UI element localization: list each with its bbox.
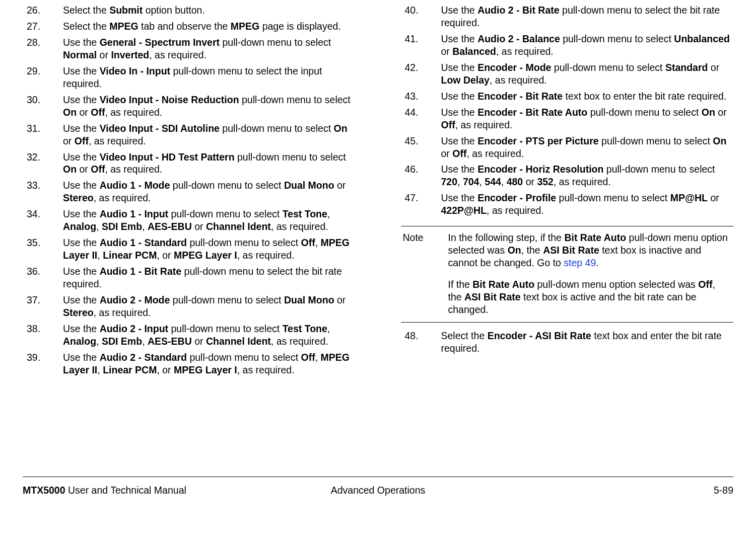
- step-text: Use the Encoder - Mode pull-down menu to…: [441, 61, 734, 87]
- step-number: 36.: [23, 265, 63, 290]
- step-number: 33.: [23, 179, 63, 204]
- step-item: 47.Use the Encoder - Profile pull-down m…: [401, 192, 734, 217]
- step-item: 40.Use the Audio 2 - Bit Rate pull-down …: [401, 4, 734, 29]
- step-text: Use the Audio 2 - Balance pull-down menu…: [441, 33, 734, 58]
- step-item: 26.Select the Submit option button.: [23, 4, 356, 17]
- footer-left-rest: User and Technical Manual: [65, 485, 186, 496]
- step-item: 48.Select the Encoder - ASI Bit Rate tex…: [401, 330, 734, 355]
- step-number: 26.: [23, 4, 63, 17]
- step-text: Use the Video Input - HD Test Pattern pu…: [63, 151, 356, 176]
- left-column: 26.Select the Submit option button.27.Se…: [23, 4, 356, 462]
- step-item: 27.Select the MPEG tab and observe the M…: [23, 20, 356, 33]
- note-paragraph: If the Bit Rate Auto pull-down menu opti…: [448, 278, 732, 316]
- step-text: Select the Submit option button.: [63, 4, 356, 17]
- step-reference-link[interactable]: step 49: [564, 257, 596, 268]
- note-label: Note: [401, 231, 448, 316]
- step-text: Use the Audio 1 - Standard pull-down men…: [63, 237, 356, 262]
- step-item: 38.Use the Audio 2 - Input pull-down men…: [23, 323, 356, 348]
- step-item: 39.Use the Audio 2 - Standard pull-down …: [23, 351, 356, 376]
- step-text: Use the Audio 2 - Bit Rate pull-down men…: [441, 4, 734, 29]
- step-number: 44.: [401, 106, 441, 131]
- step-item: 37.Use the Audio 2 - Mode pull-down menu…: [23, 294, 356, 319]
- step-text: Use the Encoder - Bit Rate text box to e…: [441, 90, 734, 103]
- steps-list-right-top: 40.Use the Audio 2 - Bit Rate pull-down …: [401, 4, 734, 217]
- footer-rule: [23, 477, 733, 477]
- step-number: 27.: [23, 20, 63, 33]
- step-text: Use the Encoder - Horiz Resolution pull-…: [441, 163, 734, 188]
- step-text: Use the Encoder - Profile pull-down menu…: [441, 192, 734, 217]
- step-item: 31.Use the Video Input - SDI Autoline pu…: [23, 122, 356, 147]
- step-text: Use the Audio 1 - Input pull-down menu t…: [63, 208, 356, 233]
- step-text: Select the Encoder - ASI Bit Rate text b…: [441, 330, 734, 355]
- step-text: Use the Audio 2 - Input pull-down menu t…: [63, 323, 356, 348]
- step-text: Use the Audio 1 - Mode pull-down menu to…: [63, 179, 356, 204]
- step-number: 43.: [401, 90, 441, 103]
- step-item: 33.Use the Audio 1 - Mode pull-down menu…: [23, 179, 356, 204]
- step-number: 31.: [23, 122, 63, 147]
- step-number: 29.: [23, 65, 63, 90]
- step-text: Use the Audio 1 - Bit Rate pull-down men…: [63, 265, 356, 290]
- step-item: 46.Use the Encoder - Horiz Resolution pu…: [401, 163, 734, 188]
- step-item: 34.Use the Audio 1 - Input pull-down men…: [23, 208, 356, 233]
- step-text: Use the Video Input - Noise Reduction pu…: [63, 94, 356, 119]
- note-block: Note In the following step, if the Bit R…: [401, 226, 734, 323]
- right-column: 40.Use the Audio 2 - Bit Rate pull-down …: [401, 4, 734, 462]
- step-item: 28.Use the General - Spectrum Invert pul…: [23, 36, 356, 61]
- steps-list-right-bottom: 48.Select the Encoder - ASI Bit Rate tex…: [401, 330, 734, 355]
- note-body: In the following step, if the Bit Rate A…: [448, 231, 732, 316]
- step-number: 46.: [401, 163, 441, 188]
- step-item: 35.Use the Audio 1 - Standard pull-down …: [23, 237, 356, 262]
- step-number: 38.: [23, 323, 63, 348]
- step-text: Use the Video In - Input pull-down menu …: [63, 65, 356, 90]
- step-number: 47.: [401, 192, 441, 217]
- step-item: 41.Use the Audio 2 - Balance pull-down m…: [401, 33, 734, 58]
- step-text: Use the Encoder - PTS per Picture pull-d…: [441, 135, 734, 160]
- step-number: 37.: [23, 294, 63, 319]
- page-footer: MTX5000 User and Technical Manual Advanc…: [23, 484, 733, 497]
- step-item: 45.Use the Encoder - PTS per Picture pul…: [401, 135, 734, 160]
- step-number: 35.: [23, 237, 63, 262]
- steps-list-left: 26.Select the Submit option button.27.Se…: [23, 4, 356, 376]
- step-number: 45.: [401, 135, 441, 160]
- step-item: 42.Use the Encoder - Mode pull-down menu…: [401, 61, 734, 87]
- step-text: Use the Encoder - Bit Rate Auto pull-dow…: [441, 106, 734, 131]
- footer-left-bold: MTX5000: [23, 485, 65, 496]
- step-text: Select the MPEG tab and observe the MPEG…: [63, 20, 356, 33]
- step-number: 42.: [401, 61, 441, 87]
- step-item: 44.Use the Encoder - Bit Rate Auto pull-…: [401, 106, 734, 131]
- step-number: 41.: [401, 33, 441, 58]
- step-item: 29.Use the Video In - Input pull-down me…: [23, 65, 356, 90]
- step-text: Use the Audio 2 - Mode pull-down menu to…: [63, 294, 356, 319]
- step-item: 43.Use the Encoder - Bit Rate text box t…: [401, 90, 734, 103]
- step-number: 28.: [23, 36, 63, 61]
- note-paragraph: In the following step, if the Bit Rate A…: [448, 231, 732, 269]
- step-text: Use the Audio 2 - Standard pull-down men…: [63, 351, 356, 376]
- footer-right: 5-89: [714, 484, 733, 497]
- step-item: 36.Use the Audio 1 - Bit Rate pull-down …: [23, 265, 356, 290]
- footer-left: MTX5000 User and Technical Manual: [23, 484, 186, 497]
- step-item: 32.Use the Video Input - HD Test Pattern…: [23, 151, 356, 176]
- step-number: 40.: [401, 4, 441, 29]
- step-item: 30.Use the Video Input - Noise Reduction…: [23, 94, 356, 119]
- step-text: Use the General - Spectrum Invert pull-d…: [63, 36, 356, 61]
- two-column-layout: 26.Select the Submit option button.27.Se…: [23, 4, 733, 462]
- step-number: 48.: [401, 330, 441, 355]
- step-number: 30.: [23, 94, 63, 119]
- document-page: 26.Select the Submit option button.27.Se…: [0, 0, 756, 549]
- step-number: 39.: [23, 351, 63, 376]
- step-number: 34.: [23, 208, 63, 233]
- step-number: 32.: [23, 151, 63, 176]
- step-text: Use the Video Input - SDI Autoline pull-…: [63, 122, 356, 147]
